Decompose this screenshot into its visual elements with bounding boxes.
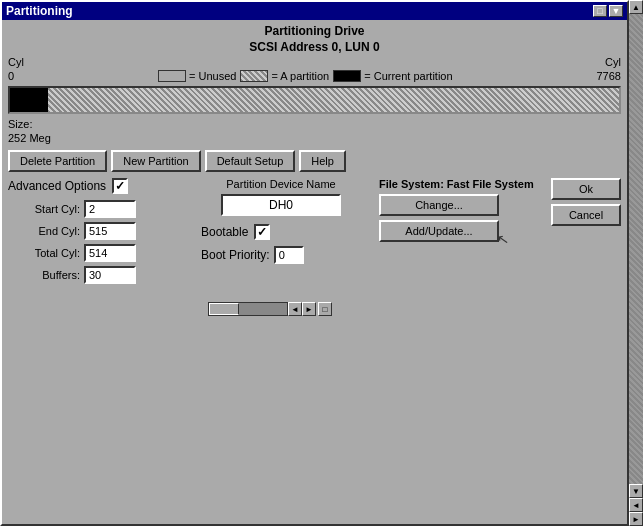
- advanced-options-row: Advanced Options ✓: [8, 178, 183, 194]
- cyl-right-value: 7768: [597, 70, 621, 82]
- title-bar-buttons[interactable]: □ ▼: [593, 5, 623, 17]
- h-scroll-right-arrow[interactable]: ►: [302, 302, 316, 316]
- size-value: 252 Meg: [8, 132, 621, 144]
- legend-current-label: = Current partition: [364, 70, 452, 82]
- legend-current: = Current partition: [333, 70, 452, 82]
- legend-partition-label: = A partition: [271, 70, 329, 82]
- cyl-row: Cyl Cyl: [8, 56, 621, 68]
- cyl-left-value: 0: [8, 70, 14, 82]
- ok-button[interactable]: Ok: [551, 178, 621, 200]
- start-cyl-input[interactable]: [84, 200, 136, 218]
- partition-device-input[interactable]: [221, 194, 341, 216]
- v-scroll-up-arrow[interactable]: ▲: [629, 0, 643, 14]
- buffers-row: Buffers:: [8, 266, 183, 284]
- drive-title: Partitioning Drive: [8, 24, 621, 38]
- main-buttons: Delete Partition New Partition Default S…: [8, 150, 621, 172]
- delete-partition-button[interactable]: Delete Partition: [8, 150, 107, 172]
- legend-partition: = A partition: [240, 70, 329, 82]
- legend-current-box: [333, 70, 361, 82]
- middle-panel: Partition Device Name Bootable ✓ Boot Pr…: [191, 178, 371, 288]
- vertical-scrollbar: ▲ ▼ ◄ ►: [629, 0, 643, 526]
- title-bar: Partitioning □ ▼: [2, 2, 627, 20]
- lower-section: Advanced Options ✓ Start Cyl: End Cyl: T…: [8, 178, 621, 288]
- cyl-right-label: Cyl: [605, 56, 621, 68]
- cyl-left-label: Cyl: [8, 56, 24, 68]
- left-panel: Advanced Options ✓ Start Cyl: End Cyl: T…: [8, 178, 183, 288]
- legend-unused-box: [158, 70, 186, 82]
- help-button[interactable]: Help: [299, 150, 346, 172]
- bootable-row: Bootable ✓: [201, 224, 371, 240]
- h-scroll-thumb[interactable]: [209, 303, 239, 315]
- h-scroll-bottom-left[interactable]: ◄: [629, 498, 643, 512]
- add-update-button[interactable]: Add/Update...: [379, 220, 499, 242]
- v-scroll-track[interactable]: [629, 14, 643, 484]
- default-setup-button[interactable]: Default Setup: [205, 150, 296, 172]
- legend-unused: = Unused: [158, 70, 236, 82]
- scsi-address: SCSI Address 0, LUN 0: [8, 40, 621, 54]
- legend: = Unused = A partition = Current partiti…: [158, 70, 453, 82]
- boot-priority-input[interactable]: [274, 246, 304, 264]
- new-partition-button[interactable]: New Partition: [111, 150, 200, 172]
- end-cyl-input[interactable]: [84, 222, 136, 240]
- boot-priority-row: Boot Priority:: [201, 246, 371, 264]
- end-cyl-row: End Cyl:: [8, 222, 183, 240]
- change-button[interactable]: Change...: [379, 194, 499, 216]
- size-label: Size:: [8, 118, 621, 130]
- legend-unused-label: = Unused: [189, 70, 236, 82]
- buffers-label: Buffers:: [8, 269, 80, 281]
- start-cyl-label: Start Cyl:: [8, 203, 80, 215]
- advanced-options-checkbox[interactable]: ✓: [112, 178, 128, 194]
- h-scroll-bottom-right[interactable]: ►: [629, 512, 643, 526]
- bootable-checkbox[interactable]: ✓: [254, 224, 270, 240]
- dialog-buttons: Ok Cancel: [551, 178, 621, 226]
- legend-partition-box: [240, 70, 268, 82]
- v-scroll-down-arrow[interactable]: ▼: [629, 484, 643, 498]
- cancel-button[interactable]: Cancel: [551, 204, 621, 226]
- window-content: Partitioning Drive SCSI Address 0, LUN 0…: [2, 20, 627, 320]
- total-cyl-row: Total Cyl:: [8, 244, 183, 262]
- disk-bar: [8, 86, 621, 114]
- right-panel: File System: Fast File System Change... …: [379, 178, 621, 288]
- partition-device-label: Partition Device Name: [191, 178, 371, 190]
- maximize-button[interactable]: ▼: [609, 5, 623, 17]
- window-title: Partitioning: [6, 4, 73, 18]
- total-cyl-input[interactable]: [84, 244, 136, 262]
- advanced-options-label: Advanced Options: [8, 179, 106, 193]
- disk-bar-dark: [10, 88, 48, 112]
- boot-priority-label: Boot Priority:: [201, 248, 270, 262]
- disk-bar-pattern: [48, 88, 619, 112]
- minimize-button[interactable]: □: [593, 5, 607, 17]
- h-scroll-track[interactable]: [208, 302, 288, 316]
- buffers-input[interactable]: [84, 266, 136, 284]
- horizontal-scrollbar: ◄ ► □: [208, 302, 621, 316]
- end-cyl-label: End Cyl:: [8, 225, 80, 237]
- bootable-label: Bootable: [201, 225, 248, 239]
- filesystem-label: File System: Fast File System: [379, 178, 551, 190]
- h-scroll-expand-arrow[interactable]: □: [318, 302, 332, 316]
- h-scroll-left-arrow[interactable]: ◄: [288, 302, 302, 316]
- start-cyl-row: Start Cyl:: [8, 200, 183, 218]
- total-cyl-label: Total Cyl:: [8, 247, 80, 259]
